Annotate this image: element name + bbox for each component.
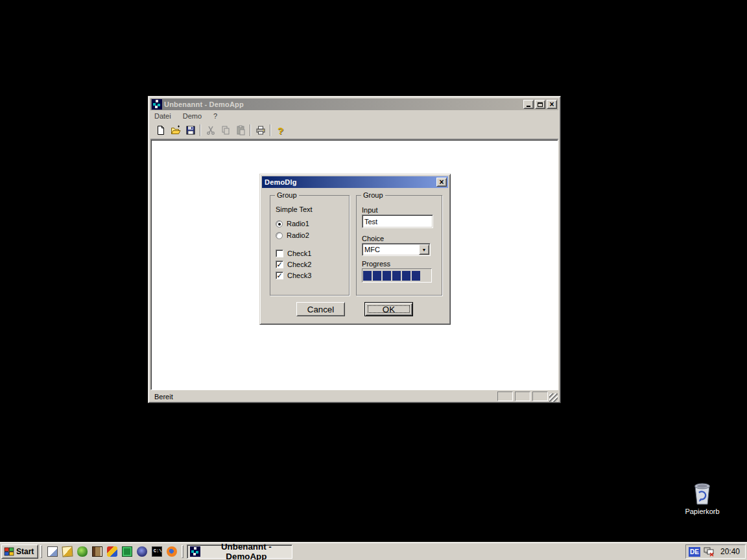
paste-button[interactable] bbox=[233, 123, 248, 137]
radio-option[interactable]: Radio1 bbox=[276, 219, 309, 228]
statusbar: Bereit bbox=[150, 390, 558, 402]
status-pane bbox=[532, 391, 548, 401]
minimize-button[interactable] bbox=[523, 100, 534, 109]
print-button[interactable] bbox=[253, 123, 268, 137]
radio-option[interactable]: Radio2 bbox=[276, 231, 309, 240]
toolbar: ? bbox=[150, 122, 558, 139]
checkbox-label: Check2 bbox=[287, 261, 311, 268]
firefox-icon bbox=[167, 546, 177, 557]
maximize-button[interactable] bbox=[535, 100, 545, 109]
close-icon: × bbox=[439, 180, 444, 185]
menu-datei[interactable]: Datei bbox=[154, 112, 171, 120]
menu-help[interactable]: ? bbox=[213, 112, 217, 120]
copy-button[interactable] bbox=[218, 123, 233, 137]
new-document-button[interactable] bbox=[153, 123, 168, 137]
desktop: { "window": { "title": "Unbenannt - Demo… bbox=[0, 0, 747, 560]
radio-icon[interactable] bbox=[276, 232, 283, 239]
copy-icon bbox=[220, 125, 231, 135]
print-icon bbox=[255, 125, 266, 135]
cut-button[interactable] bbox=[203, 123, 218, 137]
radio-label: Radio2 bbox=[287, 231, 309, 239]
taskbar-grip[interactable] bbox=[182, 545, 184, 558]
save-icon bbox=[185, 125, 196, 135]
checkbox-option[interactable]: ✓Check2 bbox=[276, 260, 311, 269]
close-button[interactable]: × bbox=[547, 100, 557, 109]
command-prompt-icon bbox=[152, 546, 162, 557]
ok-button[interactable]: OK bbox=[364, 302, 413, 316]
progress-segment bbox=[363, 271, 372, 281]
globe-button[interactable] bbox=[135, 545, 148, 559]
window-title: Unbenannt - DemoApp bbox=[164, 100, 522, 108]
save-button[interactable] bbox=[183, 123, 198, 137]
quick-launch bbox=[44, 545, 180, 559]
app-titlebar[interactable]: Unbenannt - DemoApp × bbox=[150, 99, 558, 110]
network-offline-icon[interactable] bbox=[704, 547, 715, 557]
menu-demo[interactable]: Demo bbox=[183, 112, 202, 120]
status-text: Bereit bbox=[154, 393, 497, 401]
dialog-close-button[interactable]: × bbox=[436, 178, 447, 187]
checkbox-icon[interactable]: ✓ bbox=[276, 272, 283, 279]
checkbox-icon[interactable] bbox=[276, 250, 283, 257]
input-field[interactable] bbox=[362, 215, 433, 228]
toolbar-separator bbox=[270, 124, 271, 136]
command-prompt-button[interactable] bbox=[150, 545, 163, 559]
terminal-rz-button[interactable] bbox=[120, 545, 134, 559]
system-tray: DE 20:40 bbox=[685, 544, 746, 559]
task-button-demoapp[interactable]: Unbenannt - DemoApp bbox=[187, 544, 292, 559]
progress-bar bbox=[362, 268, 432, 283]
address-book-button[interactable] bbox=[90, 545, 104, 559]
taskbar-grip[interactable] bbox=[40, 545, 42, 558]
address-book-icon bbox=[92, 546, 102, 557]
open-folder-button[interactable] bbox=[168, 123, 183, 137]
radio-label: Radio1 bbox=[287, 220, 309, 228]
progress-segment bbox=[373, 271, 381, 281]
cancel-button[interactable]: Cancel bbox=[296, 302, 345, 316]
input-label: Input bbox=[362, 206, 377, 214]
task-button-label: Unbenannt - DemoApp bbox=[203, 542, 289, 560]
show-desktop-icon bbox=[47, 546, 58, 557]
office-button[interactable] bbox=[105, 545, 119, 559]
simple-text-label: Simple Text bbox=[276, 205, 313, 213]
open-folder-icon bbox=[171, 125, 181, 135]
new-document-icon bbox=[156, 125, 166, 135]
resize-grip[interactable] bbox=[549, 393, 558, 402]
choice-value: MFC bbox=[362, 246, 418, 253]
checkbox-icon[interactable]: ✓ bbox=[276, 261, 283, 268]
pen-notes-button[interactable] bbox=[60, 545, 74, 559]
office-icon bbox=[107, 546, 117, 557]
help-button[interactable]: ? bbox=[273, 123, 288, 137]
cut-icon bbox=[206, 125, 216, 135]
toolbar-separator bbox=[250, 124, 251, 136]
firefox-button[interactable] bbox=[165, 545, 178, 559]
recycle-bin-label: Papierkorb bbox=[681, 508, 724, 515]
tray-clock[interactable]: 20:40 bbox=[720, 547, 740, 556]
show-desktop-button[interactable] bbox=[45, 545, 59, 559]
demo-dialog: DemoDlg × Group Simple Text Radio1Radio2… bbox=[259, 174, 451, 325]
start-button[interactable]: Start bbox=[1, 544, 38, 559]
progress-label: Progress bbox=[362, 260, 390, 268]
windows-logo-icon bbox=[4, 547, 14, 556]
menubar: Datei Demo ? bbox=[150, 110, 558, 122]
green-app-button[interactable] bbox=[75, 545, 89, 559]
recycle-bin[interactable]: Papierkorb bbox=[681, 481, 724, 515]
choice-label: Choice bbox=[362, 235, 384, 242]
progress-segment bbox=[402, 271, 410, 281]
dialog-titlebar[interactable]: DemoDlg × bbox=[262, 176, 448, 188]
checkbox-label: Check1 bbox=[287, 250, 311, 257]
radio-icon[interactable] bbox=[276, 220, 283, 228]
minimize-icon bbox=[527, 106, 530, 107]
start-label: Start bbox=[16, 547, 34, 556]
combo-dropdown-button[interactable]: ▼ bbox=[419, 244, 429, 255]
progress-segment bbox=[383, 271, 391, 281]
mfc-app-icon bbox=[190, 546, 200, 557]
group-right-label: Group bbox=[361, 191, 385, 199]
recycle-bin-icon bbox=[691, 481, 713, 506]
help-icon: ? bbox=[278, 125, 283, 136]
checkbox-label: Check3 bbox=[287, 272, 311, 279]
group-right: Group Input Choice MFC ▼ Progress bbox=[356, 195, 442, 296]
checkbox-option[interactable]: ✓Check3 bbox=[276, 271, 311, 280]
choice-combobox[interactable]: MFC ▼ bbox=[362, 243, 431, 256]
checkbox-option[interactable]: Check1 bbox=[276, 249, 311, 258]
language-indicator[interactable]: DE bbox=[689, 547, 700, 557]
status-pane bbox=[497, 391, 513, 401]
